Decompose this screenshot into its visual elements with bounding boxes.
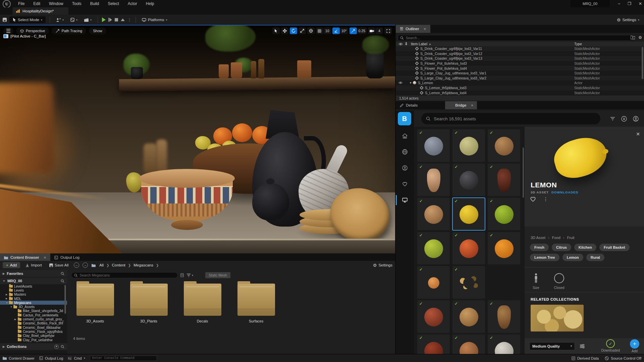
tag-pill[interactable]: Fresh xyxy=(530,244,549,251)
bridge-nav-local[interactable] xyxy=(396,196,414,204)
grid-snap-toggle[interactable] xyxy=(316,27,323,34)
tree-item[interactable]: ▶ cement_curbs_small_grey_ xyxy=(0,317,67,321)
bridge-nav-browse[interactable] xyxy=(396,147,414,156)
asset-tile-black-pot[interactable]: ✓ xyxy=(452,164,485,196)
save-all-button[interactable]: Save All xyxy=(47,262,71,268)
asset-tile-red-apple[interactable]: ✓ xyxy=(452,232,485,264)
tree-item[interactable]: Clay_Bowl_uikgefyjw xyxy=(0,334,67,338)
source-control-button[interactable]: Source Control Off xyxy=(605,356,641,360)
rotation-snap-toggle[interactable] xyxy=(332,27,340,34)
blueprints-button[interactable]: ▾ xyxy=(68,17,79,23)
play-button[interactable] xyxy=(102,17,106,22)
add-button[interactable]: + Add xyxy=(3,262,20,268)
rotation-snap-value[interactable]: 10° xyxy=(340,27,348,34)
rotate-tool-button[interactable] xyxy=(290,27,297,34)
show-dropdown[interactable]: Show xyxy=(89,27,106,35)
breadcrumb-item[interactable]: 3D Asset xyxy=(531,236,545,240)
outliner-row[interactable]: S_Flower_Pot_tlulehkva_lod3 StaticMeshAc… xyxy=(396,61,644,66)
tab-outliner[interactable]: ☰ Outliner ✕ xyxy=(396,25,430,33)
tree-item[interactable]: Clay_Pot_ueilahthw xyxy=(0,338,67,342)
menu-help[interactable]: Help xyxy=(146,1,154,6)
tree-item[interactable]: Ceramic_Bowl_tltkbaahw xyxy=(0,325,67,329)
viewport-menu-button[interactable]: ☰ xyxy=(3,27,13,35)
scale-tool-button[interactable] xyxy=(299,27,306,34)
console-input[interactable] xyxy=(92,356,155,360)
unreal-logo-icon[interactable]: U xyxy=(3,0,11,8)
camera-speed-value[interactable]: 4 xyxy=(376,27,383,34)
add-actor-button[interactable]: ▾ xyxy=(54,17,66,23)
asset-options-kebab[interactable]: ⋮ xyxy=(543,196,548,202)
select-mode-dropdown[interactable]: Select Mode▾ xyxy=(9,16,46,23)
scale-snap-value[interactable]: 0.25 xyxy=(357,27,367,34)
content-browser-settings[interactable]: ⚙ Settings xyxy=(373,263,392,268)
tab-hospitalitydesign[interactable]: HospitalityDesign* xyxy=(13,7,68,15)
bridge-nav-home[interactable] xyxy=(396,131,414,140)
add-asset-button[interactable]: + Add xyxy=(630,339,639,353)
skip-button[interactable] xyxy=(108,18,112,22)
asset-tile-wooden-pot[interactable]: ✓ xyxy=(488,129,520,162)
asset-tile-apricot[interactable]: ✓ xyxy=(417,266,450,299)
camera-speed-button[interactable] xyxy=(368,27,375,34)
tree-item[interactable]: ▼ Megascans xyxy=(0,301,67,305)
tree-item[interactable]: Ceramic_Bottles_Pack_tlhf xyxy=(0,321,67,325)
expander-caret[interactable]: ▼ xyxy=(409,81,412,84)
asset-search[interactable] xyxy=(71,272,178,278)
asset-tile-wooden-goblet[interactable]: ✓ xyxy=(488,300,520,333)
asset-tile-melon[interactable]: ✓ xyxy=(452,129,485,162)
scale-snap-toggle[interactable] xyxy=(350,27,357,34)
add-collection-icon[interactable]: + xyxy=(54,345,59,349)
folder-item[interactable]: Surfaces xyxy=(237,284,275,323)
menu-file[interactable]: File xyxy=(18,1,24,6)
viewport[interactable]: ☰ Perspective Path Tracing Show xyxy=(0,25,395,253)
tag-pill[interactable]: Rural xyxy=(586,254,604,261)
outliner-row[interactable]: S_Drink_Coaster_ug4lfjkjw_lod3_Var11 Sta… xyxy=(396,46,644,51)
asset-tile-clay-pot-handles[interactable]: ✓ xyxy=(417,198,450,230)
outliner-row[interactable]: S_Lemon_th5jddwva_lod3 StaticMeshActor xyxy=(396,85,644,90)
asset-tile-dark-bottle[interactable]: ✓ xyxy=(488,164,520,196)
close-icon[interactable]: ✕ xyxy=(44,256,46,259)
tab-details[interactable]: Details xyxy=(396,101,422,109)
folder-item[interactable]: 3D_Plants xyxy=(129,284,168,323)
perspective-dropdown[interactable]: Perspective xyxy=(16,27,49,35)
menu-edit[interactable]: Edit xyxy=(33,1,40,6)
filter-chip-static-mesh[interactable]: Static Mesh xyxy=(205,272,230,278)
folder-item[interactable]: Decals xyxy=(183,284,222,323)
add-folder-icon[interactable] xyxy=(631,35,635,39)
search-icon[interactable] xyxy=(61,345,64,349)
menu-window[interactable]: Window xyxy=(49,1,63,6)
tag-pill[interactable]: Lemon Tree xyxy=(530,254,559,261)
play-options-kebab[interactable]: ⋮ xyxy=(127,17,131,22)
close-icon[interactable]: ✕ xyxy=(471,104,473,107)
platforms-dropdown[interactable]: Platforms▾ xyxy=(140,17,169,23)
tree-item[interactable]: Ceramic_Flask_ugygfhdva xyxy=(0,329,67,334)
close-icon[interactable]: ✕ xyxy=(636,131,640,137)
filter-icon[interactable] xyxy=(610,117,615,121)
tab-output-log[interactable]: Output Log xyxy=(50,253,84,261)
eye-icon[interactable] xyxy=(398,81,402,84)
world-local-toggle[interactable] xyxy=(307,27,315,34)
grid-snap-value[interactable]: 10 xyxy=(324,27,331,34)
eye-icon[interactable] xyxy=(398,43,403,46)
menu-tools[interactable]: Tools xyxy=(72,1,82,6)
filter-dropdown[interactable]: ▾ xyxy=(186,274,193,277)
bridge-search[interactable] xyxy=(421,113,600,124)
asset-tile-orange[interactable]: ✓ xyxy=(488,232,520,264)
maximize-viewport-button[interactable] xyxy=(384,27,392,34)
account-icon[interactable] xyxy=(633,116,639,122)
forward-button[interactable]: → xyxy=(83,262,88,268)
outliner-search[interactable] xyxy=(398,35,633,41)
pin-icon[interactable] xyxy=(405,42,408,46)
quality-dropdown[interactable]: Medium Quality▾ xyxy=(529,342,575,350)
outliner-row[interactable]: S_Lemon_th5jddwva_lod4 StaticMeshActor xyxy=(396,90,644,95)
restore-button[interactable]: ❐ xyxy=(628,1,631,6)
stop-button[interactable] xyxy=(115,18,118,21)
tab-content-browser[interactable]: Content Browser ✕ xyxy=(0,253,50,261)
asset-tile-wooden-bowl[interactable]: ✓ xyxy=(452,300,485,333)
cmd-dropdown[interactable]: Cmd▾ xyxy=(68,356,85,360)
collections-section[interactable]: ▶ Collections + xyxy=(0,343,67,350)
outliner-scrollbar[interactable] xyxy=(642,47,643,79)
tab-bridge[interactable]: Bridge ✕ xyxy=(445,101,477,109)
cinematics-button[interactable]: ▾ xyxy=(82,17,94,23)
outliner-row[interactable]: S_Flower_Pot_tlulehkva_lod4 StaticMeshAc… xyxy=(396,66,644,71)
outliner-row[interactable]: S_Large_Clay_Jug_udtheeava_lod3_Var2 Sta… xyxy=(396,76,644,81)
